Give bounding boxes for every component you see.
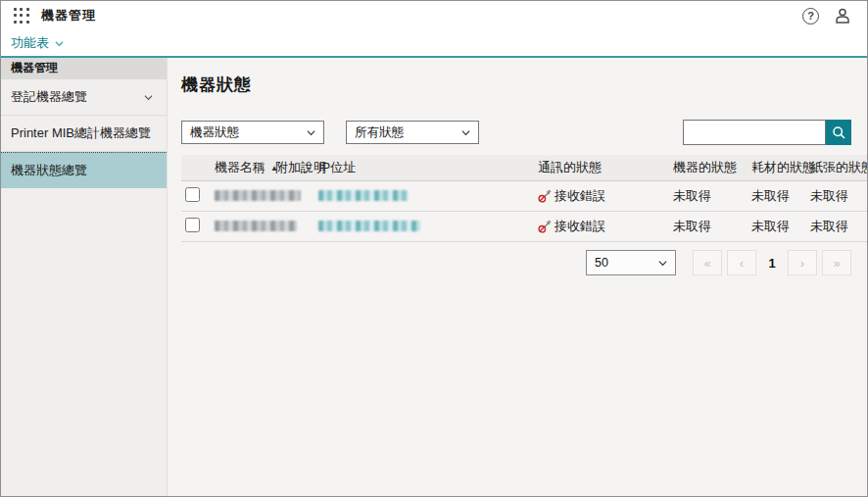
filter-status-select[interactable]: 所有狀態 (346, 121, 479, 144)
chevron-down-icon (307, 128, 315, 137)
sidebar-item-device-status[interactable]: 機器狀態總覽 (1, 152, 167, 188)
device-name-cell (213, 212, 273, 242)
ip-address-cell[interactable] (316, 181, 536, 212)
filter-row: 機器狀態 所有狀態 (181, 120, 851, 145)
redacted-ip-link[interactable] (318, 221, 420, 231)
page-size-select[interactable]: 50 (586, 250, 676, 275)
first-page-button[interactable]: « (693, 250, 722, 275)
row-checkbox[interactable] (185, 218, 200, 232)
menu-dropdown[interactable]: 功能表 (11, 34, 64, 52)
page-title: 機器狀態 (181, 74, 851, 96)
column-header-machine-status[interactable]: 機器的狀態 (671, 155, 749, 181)
communication-error-icon (538, 189, 552, 203)
column-header-device-name[interactable]: 機器名稱▲ (213, 155, 273, 181)
top-bar: 機器管理 ? (1, 1, 867, 30)
next-page-button[interactable]: › (788, 250, 817, 275)
paper-status-cell: 未取得 (808, 212, 867, 242)
filter-category-select[interactable]: 機器狀態 (181, 121, 324, 144)
sidebar-item-label: 登記機器總覽 (11, 88, 144, 106)
machine-status-cell: 未取得 (671, 212, 749, 242)
chevron-down-icon (461, 128, 470, 137)
column-header-comm-status[interactable]: 通訊的狀態 (536, 155, 671, 181)
menu-label: 功能表 (11, 34, 49, 52)
last-page-button[interactable]: » (822, 250, 851, 275)
comm-status-text: 接收錯誤 (555, 187, 605, 205)
redacted-ip-link[interactable] (318, 190, 409, 201)
app-title: 機器管理 (41, 7, 96, 25)
sidebar-header: 機器管理 (1, 58, 167, 79)
table-row: 接收錯誤 未取得 未取得 未取得 (181, 212, 867, 242)
sidebar-item-label: 機器狀態總覽 (11, 162, 157, 179)
menu-bar: 功能表 (1, 30, 867, 56)
column-header-supply-status[interactable]: 耗材的狀態 (749, 155, 808, 181)
filter-category-value: 機器狀態 (190, 124, 307, 141)
comm-status-text: 接收錯誤 (555, 218, 605, 235)
chevron-down-icon (55, 39, 64, 48)
help-icon[interactable]: ? (802, 8, 819, 25)
supply-status-cell: 未取得 (749, 181, 808, 212)
comm-status-cell: 接收錯誤 (536, 181, 671, 212)
pagination-bar: 50 « ‹ 1 › » (181, 250, 851, 275)
supply-status-cell: 未取得 (749, 212, 808, 242)
search-input[interactable] (683, 120, 826, 145)
device-name-cell (213, 181, 273, 212)
chevron-down-icon (144, 93, 153, 102)
previous-page-button[interactable]: ‹ (727, 250, 756, 275)
sidebar-item-printer-mib[interactable]: Printer MIB總計機器總覽 (1, 116, 167, 151)
search-icon (832, 125, 846, 140)
main-content: 機器狀態 機器狀態 所有狀態 (168, 58, 867, 497)
filter-status-value: 所有狀態 (355, 124, 461, 141)
redacted-device-name (215, 221, 297, 231)
communication-error-icon (538, 220, 552, 233)
row-checkbox[interactable] (185, 187, 200, 202)
select-all-header (181, 155, 213, 181)
search-button[interactable] (826, 120, 851, 145)
machine-status-cell: 未取得 (671, 181, 749, 212)
search-group (683, 120, 851, 145)
column-header-ip-address[interactable]: IP位址 (316, 155, 536, 181)
sidebar-item-registered-devices[interactable]: 登記機器總覽 (1, 79, 167, 116)
column-header-note[interactable]: 附加說明 (273, 155, 316, 181)
app-launcher-grid-icon[interactable] (14, 8, 29, 24)
user-account-icon[interactable] (834, 7, 851, 25)
sidebar-item-label: Printer MIB總計機器總覽 (11, 124, 157, 142)
column-header-paper-status[interactable]: 紙張的狀態 (808, 155, 867, 181)
redacted-device-name (215, 190, 301, 201)
app-window: 機器管理 ? 功能表 機器管理 登記機器總覽 Pr (0, 0, 868, 497)
ip-address-cell[interactable] (316, 212, 536, 242)
chevron-down-icon (658, 259, 667, 268)
sidebar: 機器管理 登記機器總覽 Printer MIB總計機器總覽 機器狀態總覽 (1, 58, 168, 497)
table-row: 接收錯誤 未取得 未取得 未取得 (181, 181, 867, 212)
current-page-number: 1 (761, 256, 783, 271)
page-size-value: 50 (595, 256, 658, 270)
device-status-table: 機器名稱▲ 附加說明 IP位址 通訊的狀態 機器的狀態 耗材的狀態 紙張的狀態 (181, 155, 867, 242)
paper-status-cell: 未取得 (808, 181, 867, 212)
table-header-row: 機器名稱▲ 附加說明 IP位址 通訊的狀態 機器的狀態 耗材的狀態 紙張的狀態 (181, 155, 867, 181)
comm-status-cell: 接收錯誤 (536, 212, 671, 242)
